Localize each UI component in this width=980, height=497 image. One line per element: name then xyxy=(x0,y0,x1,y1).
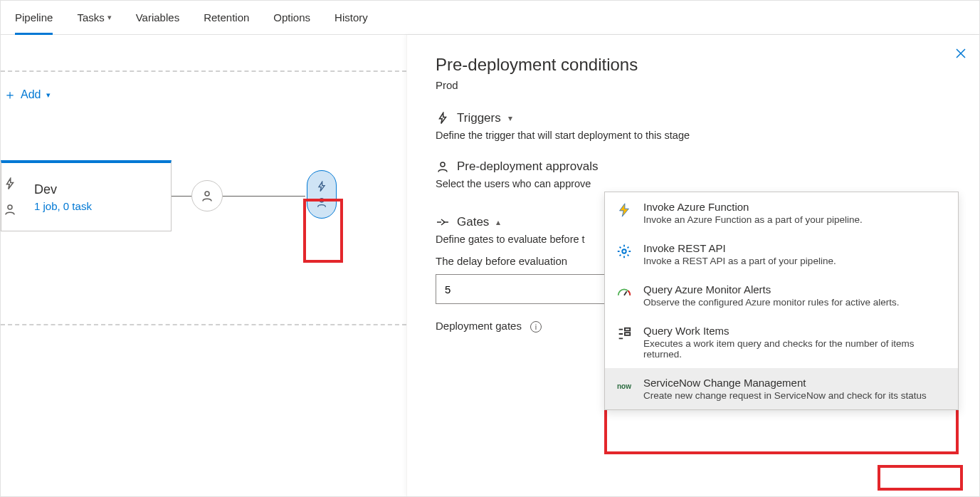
tab-pipeline[interactable]: Pipeline xyxy=(15,1,53,35)
dropdown-item-desc: Observe the configured Azure monitor rul… xyxy=(643,297,899,308)
plus-icon: ＋ xyxy=(4,86,16,103)
trigger-icon xyxy=(436,112,450,125)
close-button[interactable] xyxy=(955,48,966,59)
add-stage-button[interactable]: ＋ Add ▾ xyxy=(1,72,51,117)
dropdown-item-azure-monitor[interactable]: Query Azure Monitor AlertsObserve the co… xyxy=(605,275,958,316)
tab-tasks-label: Tasks xyxy=(77,11,104,23)
deployment-gates-label: Deployment gates i xyxy=(436,320,542,333)
gate-icon xyxy=(436,217,450,227)
section-triggers-toggle[interactable]: Triggers ▾ xyxy=(436,111,951,125)
azure-function-icon xyxy=(615,201,633,219)
trigger-icon xyxy=(1,174,19,193)
work-items-icon xyxy=(615,325,633,343)
svg-point-1 xyxy=(205,192,209,196)
dropdown-item-desc: Invoke an Azure Function as a part of yo… xyxy=(643,214,863,225)
separator xyxy=(1,70,406,72)
stage-jobs-link[interactable]: 1 job, 0 task xyxy=(34,200,92,212)
stages-row: Dev 1 job, 0 task Prod 2 jobs, 1 xyxy=(1,160,406,231)
section-title: Triggers xyxy=(457,111,501,125)
section-title: Pre-deployment approvals xyxy=(457,159,598,174)
stage-name: Dev xyxy=(34,182,92,197)
post-deploy-condition-dev[interactable] xyxy=(191,180,223,211)
chevron-down-icon: ▾ xyxy=(46,90,51,100)
chevron-down-icon: ▾ xyxy=(107,13,112,22)
gate-type-dropdown: Invoke Azure FunctionInvoke an Azure Fun… xyxy=(604,192,959,410)
panel-stage-name: Prod xyxy=(436,79,951,91)
pipeline-canvas: ＋ Add ▾ Dev 1 job, 0 task xyxy=(1,35,406,496)
dropdown-item-rest-api[interactable]: Invoke REST APIInvoke a REST API as a pa… xyxy=(605,234,958,275)
dropdown-item-title: Query Azure Monitor Alerts xyxy=(643,283,899,295)
connector-line xyxy=(172,196,191,197)
tab-history[interactable]: History xyxy=(334,1,368,35)
dropdown-item-desc: Invoke a REST API as a part of your pipe… xyxy=(643,256,836,266)
stage-card-dev[interactable]: Dev 1 job, 0 task xyxy=(1,160,172,231)
trigger-icon xyxy=(316,181,327,192)
dropdown-item-servicenow[interactable]: now ServiceNow Change ManagementCreate n… xyxy=(605,368,958,409)
dropdown-item-desc: Create new change request in ServiceNow … xyxy=(643,390,927,401)
person-icon xyxy=(316,197,327,208)
add-stage-label: Add xyxy=(21,88,41,101)
info-icon[interactable]: i xyxy=(530,321,542,333)
section-title: Gates xyxy=(457,215,489,229)
dropdown-item-title: ServiceNow Change Management xyxy=(643,377,927,389)
gear-icon xyxy=(615,242,633,261)
panel-title: Pre-deployment conditions xyxy=(436,55,951,75)
connector-line xyxy=(223,196,305,197)
dropdown-item-title: Invoke Azure Function xyxy=(643,201,863,213)
tab-retention[interactable]: Retention xyxy=(204,1,249,35)
svg-rect-7 xyxy=(625,333,630,335)
dropdown-item-work-items[interactable]: Query Work ItemsExecutes a work item que… xyxy=(605,316,958,368)
person-icon xyxy=(436,160,450,173)
section-approvals: Pre-deployment approvals Select the user… xyxy=(436,159,951,189)
svg-point-2 xyxy=(320,199,323,202)
separator xyxy=(1,324,406,325)
tab-tasks[interactable]: Tasks▾ xyxy=(77,1,111,35)
chevron-up-icon: ▴ xyxy=(496,217,500,227)
tab-options[interactable]: Options xyxy=(273,1,310,35)
dropdown-item-title: Query Work Items xyxy=(643,325,947,337)
svg-rect-6 xyxy=(625,328,630,331)
dropdown-item-azure-function[interactable]: Invoke Azure FunctionInvoke an Azure Fun… xyxy=(605,192,958,234)
section-desc: Define the trigger that will start deplo… xyxy=(436,130,951,141)
section-triggers: Triggers ▾ Define the trigger that will … xyxy=(436,111,951,141)
dropdown-item-title: Invoke REST API xyxy=(643,242,836,254)
tab-bar: Pipeline Tasks▾ Variables Retention Opti… xyxy=(1,1,979,35)
pre-deploy-condition-prod[interactable] xyxy=(307,170,337,219)
svg-point-3 xyxy=(441,162,445,167)
svg-point-0 xyxy=(8,205,12,209)
svg-line-5 xyxy=(624,291,627,295)
section-desc: Select the users who can approve xyxy=(436,178,951,189)
person-icon xyxy=(1,200,19,219)
gauge-icon xyxy=(615,283,633,302)
tab-variables[interactable]: Variables xyxy=(136,1,179,35)
close-icon xyxy=(955,48,966,59)
servicenow-icon: now xyxy=(615,377,633,395)
chevron-down-icon: ▾ xyxy=(508,113,512,123)
dropdown-item-desc: Executes a work item query and checks fo… xyxy=(643,338,947,360)
svg-point-4 xyxy=(622,249,626,253)
section-approvals-toggle[interactable]: Pre-deployment approvals xyxy=(436,159,951,174)
